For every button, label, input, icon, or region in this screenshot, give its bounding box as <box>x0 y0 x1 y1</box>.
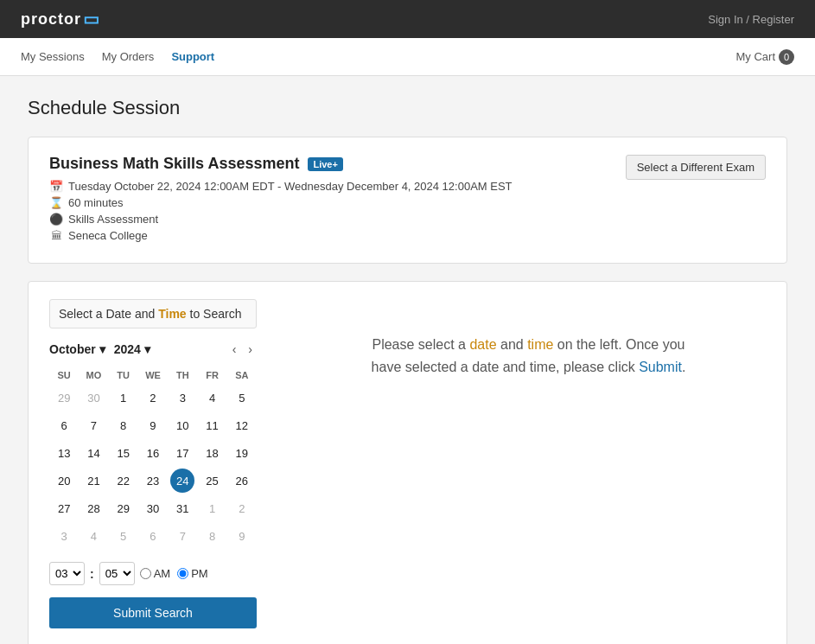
day-header-su: SU <box>49 367 79 384</box>
calendar-day[interactable]: 7 <box>81 413 105 437</box>
header: proctor▭ Sign In / Register <box>0 0 815 38</box>
calendar-day: 5 <box>111 524 136 548</box>
right-panel-text1: Please select a <box>372 337 469 352</box>
right-panel-submit: Submit <box>639 360 682 374</box>
calendar-day[interactable]: 27 <box>52 496 76 520</box>
calendar-day: 7 <box>170 524 194 548</box>
calendar-day-headers: SU MO TU WE TH FR SA <box>49 367 257 384</box>
calendar-day[interactable]: 22 <box>111 469 136 493</box>
right-panel-text4: . <box>682 360 685 374</box>
calendar-label-text1: Select a Date and <box>59 307 158 321</box>
calendar-day[interactable]: 1 <box>111 386 136 410</box>
calendar-day[interactable]: 25 <box>201 469 225 493</box>
next-month-button[interactable]: › <box>244 341 257 358</box>
right-panel: Please select a date and time on the lef… <box>291 299 766 412</box>
calendar-day[interactable]: 9 <box>141 413 165 437</box>
right-panel-date: date <box>469 337 496 352</box>
calendar-day[interactable]: 14 <box>81 441 105 465</box>
calendar-day[interactable]: 18 <box>201 441 225 465</box>
day-header-tu: TU <box>109 367 138 384</box>
exam-duration: ⌛ 60 minutes <box>49 196 626 209</box>
page-title: Schedule Session <box>28 97 787 119</box>
calendar-day[interactable]: 12 <box>230 413 254 437</box>
calendar-day: 2 <box>230 496 254 520</box>
cart-count: 0 <box>779 49 794 65</box>
calendar-day: 3 <box>52 524 76 548</box>
calendar-day[interactable]: 6 <box>52 413 76 437</box>
calendar-day[interactable]: 15 <box>111 441 136 465</box>
nav-my-sessions[interactable]: My Sessions <box>21 50 85 63</box>
select-different-exam-button[interactable]: Select a Different Exam <box>626 155 766 180</box>
calendar-day[interactable]: 30 <box>141 496 165 520</box>
hour-select[interactable]: 010203040506070809101112 <box>49 562 85 585</box>
nav-my-orders[interactable]: My Orders <box>102 50 155 63</box>
month-label: October <box>49 342 96 356</box>
calendar-week-5: 3456789 <box>49 522 257 550</box>
exam-date-text: Tuesday October 22, 2024 12:00AM EDT - W… <box>68 180 513 193</box>
month-year-display: October ▾ 2024 ▾ <box>49 342 150 356</box>
calendar-day[interactable]: 23 <box>141 469 165 493</box>
right-panel-time: time <box>527 337 553 352</box>
exam-card: Business Math Skills Assessment Live+ 📅 … <box>28 137 787 264</box>
nav-links: My Sessions My Orders Support <box>21 50 214 63</box>
year-chevron[interactable]: ▾ <box>144 342 150 356</box>
calendar-day[interactable]: 26 <box>230 469 254 493</box>
calendar-week-0: 293012345 <box>49 384 257 411</box>
calendar-label-text2: to Search <box>187 307 242 321</box>
calendar-nav: October ▾ 2024 ▾ ‹ › <box>49 341 257 358</box>
nav-cart[interactable]: My Cart 0 <box>736 49 795 65</box>
minute-select[interactable]: 000510152025303540455055 <box>99 562 135 585</box>
day-header-mo: MO <box>79 367 108 384</box>
pm-radio[interactable] <box>177 568 188 579</box>
day-header-fr: FR <box>197 367 226 384</box>
calendar-day[interactable]: 17 <box>170 441 194 465</box>
nav: My Sessions My Orders Support My Cart 0 <box>0 38 815 76</box>
live-badge: Live+ <box>308 157 342 171</box>
am-radio[interactable] <box>140 568 151 579</box>
calendar-day[interactable]: 4 <box>201 386 225 410</box>
nav-support[interactable]: Support <box>171 50 214 63</box>
prev-month-button[interactable]: ‹ <box>228 341 241 358</box>
calendar-day[interactable]: 28 <box>81 496 105 520</box>
month-chevron[interactable]: ▾ <box>99 342 105 356</box>
calendar-day[interactable]: 24 <box>170 469 194 493</box>
exam-duration-text: 60 minutes <box>68 196 124 209</box>
exam-info: Business Math Skills Assessment Live+ 📅 … <box>49 155 626 245</box>
day-header-sa: SA <box>227 367 257 384</box>
calendar-day[interactable]: 11 <box>201 413 225 437</box>
calendar-arrows: ‹ › <box>228 341 257 358</box>
exam-institution-text: Seneca College <box>68 229 148 242</box>
calendar-day: 8 <box>201 524 225 548</box>
calendar-day[interactable]: 20 <box>52 469 76 493</box>
pm-label[interactable]: PM <box>177 567 208 580</box>
calendar-day[interactable]: 3 <box>170 386 194 410</box>
calendar-day[interactable]: 31 <box>170 496 194 520</box>
calendar-label-highlight: Time <box>158 307 186 321</box>
pm-text: PM <box>191 567 208 580</box>
calendar-day[interactable]: 10 <box>170 413 194 437</box>
calendar-day[interactable]: 16 <box>141 441 165 465</box>
calendar-day[interactable]: 8 <box>111 413 136 437</box>
calendar-week-2: 13141516171819 <box>49 439 257 467</box>
calendar-section: Select a Date and Time to Search October… <box>49 299 257 628</box>
calendar-day: 9 <box>230 524 254 548</box>
calendar-day: 30 <box>81 386 105 410</box>
am-pm-selector: AM PM <box>140 567 208 580</box>
calendar-day[interactable]: 19 <box>230 441 254 465</box>
calendar-day[interactable]: 2 <box>141 386 165 410</box>
hourglass-icon: ⌛ <box>49 196 63 209</box>
calendar-day[interactable]: 5 <box>230 386 254 410</box>
submit-search-button[interactable]: Submit Search <box>49 597 257 628</box>
exam-type-text: Skills Assessment <box>68 213 158 226</box>
exam-date-range: 📅 Tuesday October 22, 2024 12:00AM EDT -… <box>49 180 626 193</box>
calendar-day[interactable]: 21 <box>81 469 105 493</box>
header-user-area: Sign In / Register <box>708 13 794 26</box>
calendar-week-3: 20212223242526 <box>49 467 257 494</box>
calendar-day[interactable]: 13 <box>52 441 76 465</box>
logo: proctor▭ <box>21 9 100 29</box>
right-panel-text2: and <box>497 337 528 352</box>
am-label[interactable]: AM <box>140 567 171 580</box>
day-header-we: WE <box>138 367 168 384</box>
exam-institution: 🏛 Seneca College <box>49 229 626 242</box>
calendar-day[interactable]: 29 <box>111 496 136 520</box>
